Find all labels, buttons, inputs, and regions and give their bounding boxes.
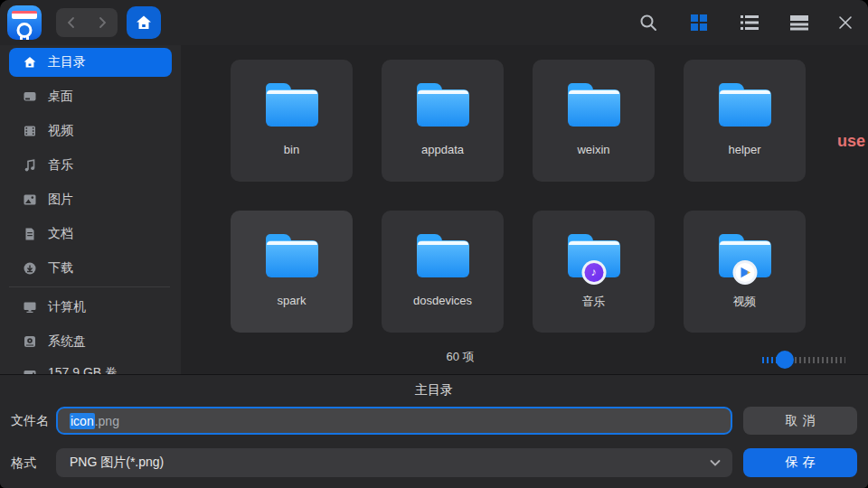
sidebar-item-pictures[interactable]: 图片 (9, 185, 172, 214)
play-icon (741, 267, 750, 278)
folder-name: 音乐 (533, 294, 655, 310)
folder-name: helper (684, 143, 806, 156)
folder-icon (266, 234, 318, 277)
slider-thumb[interactable] (776, 351, 794, 369)
filename-label: 文件名 (11, 413, 49, 429)
music-badge: ♪ (581, 260, 606, 285)
folder-icon (266, 83, 318, 127)
sidebar-item-home[interactable]: 主目录 (9, 48, 172, 77)
download-icon (22, 261, 37, 277)
app-logo-foot (20, 36, 23, 40)
sidebar-item-music[interactable]: 音乐 (9, 151, 172, 180)
sidebar-item-label: 下载 (48, 260, 73, 277)
format-label: 格式 (11, 455, 36, 472)
sidebar-item-documents[interactable]: 文档 (9, 220, 172, 249)
folder-tile[interactable]: 视频 (684, 211, 806, 333)
folder-name: spark (231, 294, 353, 307)
search-icon (638, 13, 658, 33)
sidebar-item-label: 系统盘 (48, 333, 86, 350)
sidebar: 主目录 桌面 视频 音乐 图片 (0, 45, 181, 374)
folder-tile[interactable]: weixin (533, 60, 655, 182)
drive-icon (22, 366, 37, 375)
video-folder-icon (719, 234, 771, 277)
slider-track (795, 357, 845, 363)
music-note-icon: ♪ (584, 263, 603, 282)
list-view-icon (740, 14, 760, 32)
grid-view-button[interactable] (688, 12, 710, 33)
sidebar-item-label: 桌面 (48, 89, 73, 105)
folder-name: weixin (533, 143, 655, 156)
sidebar-item-desktop[interactable]: 桌面 (9, 82, 172, 111)
picture-icon (22, 192, 37, 208)
home-button[interactable] (127, 6, 161, 39)
titlebar (0, 0, 868, 45)
music-folder-icon: ♪ (568, 234, 620, 277)
icon-size-slider[interactable] (762, 351, 845, 369)
sidebar-item-computer[interactable]: 计算机 (9, 293, 172, 322)
chevron-left-icon (65, 16, 78, 29)
search-button[interactable] (637, 12, 659, 33)
chevron-right-icon (96, 16, 108, 29)
sidebar-item-label: 主目录 (48, 54, 86, 70)
back-button[interactable] (61, 12, 82, 33)
detail-view-button[interactable] (788, 12, 810, 33)
app-logo-foot (26, 36, 29, 40)
save-panel: 主目录 文件名 icon.png 取消 格式 PNG 图片(*.png) 保存 (0, 374, 868, 488)
cancel-button[interactable]: 取消 (743, 407, 857, 435)
folder-name: 视频 (684, 294, 806, 310)
folder-tile[interactable]: ♪ 音乐 (533, 211, 655, 333)
folder-name: appdata (382, 143, 504, 156)
sidebar-item-label: 157.9 GB 卷 (48, 365, 118, 374)
nav-button-group (56, 8, 118, 37)
sidebar-item-videos[interactable]: 视频 (9, 117, 172, 145)
file-save-dialog: 主目录 桌面 视频 音乐 图片 (0, 0, 868, 488)
home-icon (135, 14, 153, 32)
close-button[interactable] (835, 12, 856, 33)
app-logo-stripe (12, 11, 37, 19)
film-icon (22, 124, 37, 139)
folder-tile[interactable]: appdata (382, 60, 504, 182)
folder-icon (417, 234, 469, 277)
sidebar-item-label: 文档 (48, 226, 73, 242)
list-view-button[interactable] (739, 12, 760, 33)
chevron-down-icon (709, 456, 722, 469)
home-icon (22, 55, 37, 70)
format-select[interactable]: PNG 图片(*.png) (56, 448, 732, 477)
grid-view-icon (690, 14, 708, 32)
folder-tile[interactable]: dosdevices (382, 211, 504, 333)
save-button[interactable]: 保存 (743, 448, 857, 477)
folder-tile[interactable]: bin (231, 60, 353, 182)
folder-tile[interactable]: spark (231, 211, 353, 333)
sidebar-item-system-disk[interactable]: 系统盘 (9, 327, 172, 356)
close-icon (837, 14, 854, 31)
video-badge (732, 260, 757, 285)
computer-icon (22, 300, 37, 315)
folder-icon (417, 83, 469, 127)
forward-button[interactable] (91, 12, 113, 33)
sidebar-divider (9, 286, 170, 287)
disk-icon (22, 334, 37, 350)
filename-selected-text: icon (70, 413, 95, 429)
sidebar-item-downloads[interactable]: 下载 (9, 254, 172, 283)
filename-extension-text: .png (95, 414, 119, 428)
sidebar-item-volume[interactable]: 157.9 GB 卷 (9, 359, 172, 374)
folder-tile[interactable]: helper (684, 60, 806, 182)
format-selected-value: PNG 图片(*.png) (70, 455, 164, 471)
music-note-icon (22, 158, 37, 174)
watermark-text: use (837, 132, 865, 151)
sidebar-item-label: 视频 (48, 123, 73, 139)
desktop-icon (22, 89, 37, 105)
current-location-label: 主目录 (0, 382, 868, 399)
app-logo-ring (17, 23, 33, 38)
document-icon (22, 227, 37, 242)
folder-icon (568, 83, 620, 127)
sidebar-item-label: 音乐 (48, 157, 73, 174)
filename-input[interactable]: icon.png (56, 407, 732, 435)
file-grid-area: bin appdata weixin helper spark dosdevic… (181, 45, 868, 374)
sidebar-item-label: 计算机 (48, 299, 86, 315)
app-logo-icon (7, 5, 42, 40)
folder-name: dosdevices (382, 294, 504, 307)
detail-view-icon (789, 14, 809, 32)
sidebar-item-label: 图片 (48, 192, 73, 208)
folder-icon (719, 83, 771, 127)
